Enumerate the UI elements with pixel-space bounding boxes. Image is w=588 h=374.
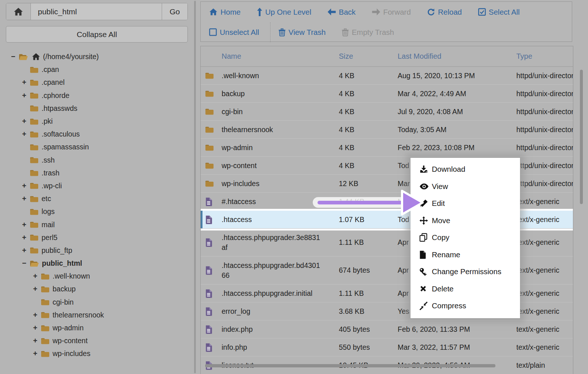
- menu-item-rename[interactable]: Rename: [410, 246, 520, 264]
- tree-item-label: backup: [53, 285, 76, 293]
- column-header-size[interactable]: Size: [339, 52, 398, 61]
- folder-icon: [30, 92, 39, 99]
- tree-item-wp-includes[interactable]: +wp-includes: [0, 347, 192, 360]
- expand-plus-icon[interactable]: +: [22, 117, 30, 126]
- menu-item-label: Rename: [432, 250, 460, 259]
- path-input[interactable]: public_html: [31, 3, 162, 20]
- home-button[interactable]: [6, 3, 31, 20]
- tree-item-cpanel[interactable]: +.cpanel: [0, 76, 192, 89]
- tree-item-cphorde[interactable]: +.cphorde: [0, 89, 192, 102]
- file-type: text/x-generic: [516, 197, 573, 206]
- expand-plus-icon[interactable]: +: [33, 285, 41, 293]
- tree-item-public-ftp[interactable]: +public_ftp: [0, 244, 192, 257]
- menu-item-delete[interactable]: Delete: [410, 280, 520, 298]
- toolbar-button-label: Reload: [438, 8, 462, 17]
- tree-item-logs[interactable]: logs: [0, 205, 192, 218]
- collapse-minus-icon[interactable]: −: [22, 259, 30, 268]
- menu-item-compress[interactable]: Compress: [410, 297, 520, 315]
- view-trash-button[interactable]: View Trash: [279, 28, 326, 37]
- expand-plus-icon[interactable]: +: [22, 130, 30, 138]
- select-all-button[interactable]: Select All: [478, 8, 520, 17]
- toolbar-button-label: Select All: [489, 8, 520, 17]
- tree-item-label: .cpanel: [42, 78, 65, 87]
- collapse-all-button[interactable]: Collapse All: [6, 26, 188, 43]
- tree-item-backup[interactable]: +backup: [0, 283, 192, 295]
- expand-plus-icon[interactable]: +: [33, 311, 41, 319]
- tree-item-pki[interactable]: +.pki: [0, 115, 192, 128]
- file-size: 1.11 KB: [339, 238, 398, 247]
- tree-item-ssh[interactable]: .ssh: [0, 154, 192, 167]
- menu-item-move[interactable]: Move: [410, 212, 520, 229]
- expand-plus-icon[interactable]: +: [22, 91, 30, 100]
- tree-item-spamassassin[interactable]: .spamassassin: [0, 141, 192, 153]
- back-button[interactable]: Back: [327, 8, 356, 17]
- tree-item-public-html[interactable]: −public_html: [0, 257, 192, 270]
- column-header-name[interactable]: Name: [222, 52, 339, 61]
- tree-item-home4-yoursite[interactable]: −(/home4/yoursite): [0, 50, 192, 63]
- file-type: text/x-generic: [516, 307, 573, 316]
- expand-plus-icon[interactable]: +: [22, 246, 30, 255]
- file-icon: [205, 307, 222, 316]
- file-type: httpd/unix-directory: [516, 126, 573, 134]
- menu-item-edit[interactable]: Edit: [410, 195, 520, 212]
- tree-item-cpan[interactable]: .cpan: [0, 63, 192, 76]
- tutorial-arrow-head-icon: [401, 189, 424, 217]
- file-icon: [205, 289, 222, 298]
- horizontal-scrollbar-thumb[interactable]: [205, 364, 495, 367]
- file-size: 674 bytes: [339, 266, 398, 275]
- home-button[interactable]: Home: [209, 8, 241, 17]
- menu-item-download[interactable]: Download: [410, 161, 520, 178]
- tree-item-htpasswds[interactable]: .htpasswds: [0, 102, 192, 115]
- file-toolbar: HomeUp One LevelBackForwardReloadSelect …: [200, 1, 572, 42]
- tree-item-well-known[interactable]: +.well-known: [0, 270, 192, 283]
- menu-item-label: Change Permissions: [432, 267, 501, 276]
- file-row-thelearnersnook[interactable]: thelearnersnook4 KBToday, 3:05 AMhttpd/u…: [201, 121, 573, 139]
- tree-item-wp-content[interactable]: +wp-content: [0, 334, 192, 347]
- up-one-level-button[interactable]: Up One Level: [257, 8, 311, 17]
- expand-plus-icon[interactable]: +: [22, 78, 30, 87]
- folder-icon: [30, 105, 39, 112]
- expand-plus-icon[interactable]: +: [33, 324, 41, 332]
- menu-item-change-permissions[interactable]: Change Permissions: [410, 263, 520, 280]
- expand-plus-icon[interactable]: +: [33, 337, 41, 345]
- file-row-cgi-bin[interactable]: cgi-bin4 KBJul 9, 2020, 4:08 AMhttpd/uni…: [201, 103, 573, 121]
- tree-item-trash[interactable]: .trash: [0, 167, 192, 179]
- file-name: cgi-bin: [222, 108, 339, 116]
- expand-plus-icon[interactable]: +: [22, 195, 30, 203]
- tree-item-wp-cli[interactable]: +.wp-cli: [0, 179, 192, 192]
- unselect-all-button[interactable]: Unselect All: [209, 28, 259, 37]
- tree-item-label: .ssh: [42, 156, 55, 164]
- tree-item-softaculous[interactable]: +.softaculous: [0, 128, 192, 141]
- expand-plus-icon[interactable]: +: [22, 221, 30, 229]
- expand-plus-icon[interactable]: +: [22, 233, 30, 242]
- file-row-well-known[interactable]: .well-known4 KBAug 15, 2020, 10:13 PMhtt…: [201, 67, 573, 85]
- file-row-info-php[interactable]: info.php550 bytesMar 3, 2022, 11:57 PMte…: [201, 338, 573, 356]
- tree-item-perl5[interactable]: +perl5: [0, 231, 192, 244]
- collapse-minus-icon[interactable]: −: [11, 52, 19, 61]
- expand-plus-icon[interactable]: +: [33, 272, 41, 280]
- tree-item-wp-admin[interactable]: +wp-admin: [0, 322, 192, 334]
- tree-item-cgi-bin[interactable]: cgi-bin: [0, 296, 192, 309]
- column-header-type[interactable]: Type: [516, 52, 573, 61]
- folder-icon: [30, 66, 39, 73]
- folder-icon: [41, 311, 50, 319]
- x-mark-icon: [419, 285, 432, 293]
- expand-plus-icon[interactable]: +: [22, 182, 30, 190]
- expand-plus-icon[interactable]: +: [33, 349, 41, 358]
- file-row-backup[interactable]: backup4 KBMar 4, 2022, 4:49 AMhttpd/unix…: [201, 85, 573, 103]
- file-name: .htaccess: [222, 215, 339, 224]
- tree-item-thelearnersnook[interactable]: +thelearnersnook: [0, 309, 192, 322]
- file-row-wp-admin[interactable]: wp-admin4 KBFeb 22, 2023, 10:08 PMhttpd/…: [201, 139, 573, 157]
- vertical-scrollbar-thumb[interactable]: [580, 70, 583, 204]
- go-button[interactable]: Go: [162, 3, 187, 20]
- reload-button[interactable]: Reload: [427, 8, 462, 17]
- panel-divider-scrollbar[interactable]: [194, 1, 196, 373]
- file-row-index-php[interactable]: index.php405 bytesFeb 6, 2020, 11:33 PMt…: [201, 320, 573, 338]
- tree-item-mail[interactable]: +mail: [0, 218, 192, 231]
- tree-item-etc[interactable]: +etc: [0, 192, 192, 205]
- menu-item-view[interactable]: View: [410, 178, 520, 195]
- path-bar: public_html Go: [6, 3, 188, 20]
- menu-item-copy[interactable]: Copy: [410, 229, 520, 246]
- column-header-modified[interactable]: Last Modified: [398, 52, 516, 61]
- folder-icon: [30, 182, 39, 189]
